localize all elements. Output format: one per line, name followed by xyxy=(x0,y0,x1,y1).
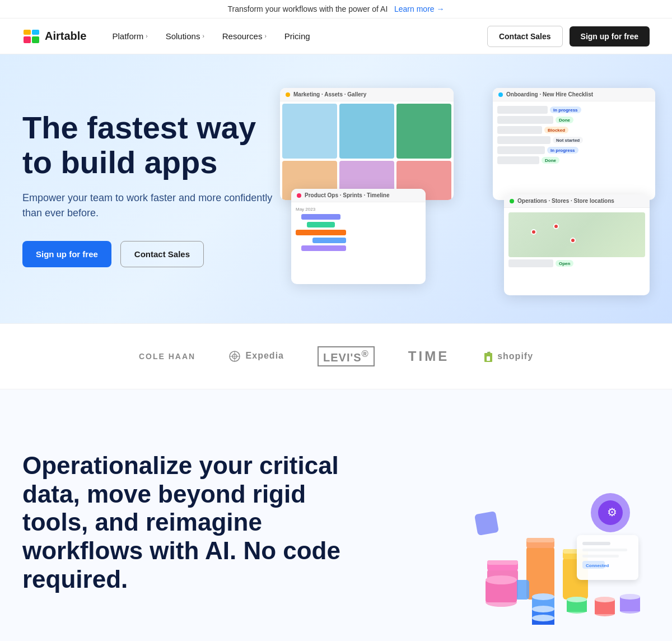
svg-rect-13 xyxy=(487,560,518,565)
contact-sales-button[interactable]: Contact Sales xyxy=(487,26,563,47)
map-pin xyxy=(553,224,559,229)
svg-text:⚙: ⚙ xyxy=(607,506,617,518)
hero-buttons: Sign up for free Contact Sales xyxy=(22,241,291,267)
svg-text:Connected: Connected xyxy=(586,563,609,568)
map-pin xyxy=(531,229,536,235)
card-header-product: Product Ops · Sprints · Timeline xyxy=(291,189,426,202)
screenshot-onboarding: Onboarding · New Hire Checklist In progr… xyxy=(493,88,655,200)
svg-rect-47 xyxy=(582,542,610,545)
onboarding-body: In progress Done Blocked Not started xyxy=(493,101,655,171)
chevron-down-icon: › xyxy=(202,33,204,39)
logo-levis: LEVI'S® xyxy=(318,346,375,366)
section-2-title: Operationalize your critical data, move … xyxy=(22,452,358,593)
chevron-down-icon: › xyxy=(146,33,147,39)
product-body: May 2023 xyxy=(291,202,426,256)
svg-rect-10 xyxy=(487,356,490,361)
gallery-item xyxy=(339,104,394,159)
section-2-visual: ⚙ xyxy=(358,434,650,625)
svg-rect-24 xyxy=(474,511,499,536)
logo-time: TIME xyxy=(408,349,449,364)
dot-icon xyxy=(498,92,503,97)
expedia-icon xyxy=(229,351,240,362)
mini-row: In progress xyxy=(497,146,651,154)
hero-section: The fastest way to build apps Empower yo… xyxy=(0,54,672,323)
mini-row: Not started xyxy=(497,136,651,144)
gallery-grid xyxy=(280,101,454,200)
svg-rect-49 xyxy=(582,555,619,558)
svg-point-42 xyxy=(595,597,615,602)
hero-title: The fastest way to build apps xyxy=(22,110,291,179)
svg-rect-16 xyxy=(526,538,554,542)
mini-row: Blocked xyxy=(497,126,651,134)
top-banner: Transform your workflows with the power … xyxy=(0,0,672,18)
screenshot-product: Product Ops · Sprints · Timeline May 202… xyxy=(291,189,426,284)
logo-link[interactable]: Airtable xyxy=(22,27,86,45)
logo-expedia: Expedia xyxy=(229,351,284,362)
card-header-operations: Operations · Stores · Store locations xyxy=(504,194,650,208)
card-header-onboarding: Onboarding · New Hire Checklist xyxy=(493,88,655,101)
operations-body: Open xyxy=(504,208,650,274)
nav-platform[interactable]: Platform › xyxy=(104,27,155,45)
map-pin xyxy=(570,238,576,243)
hero-signup-button[interactable]: Sign up for free xyxy=(22,241,111,267)
airtable-logo-icon xyxy=(22,27,40,45)
hero-contact-button[interactable]: Contact Sales xyxy=(120,241,204,267)
nav-links: Platform › Solutions › Resources › Prici… xyxy=(104,27,487,45)
logo-text: Airtable xyxy=(45,30,86,43)
nav-pricing[interactable]: Pricing xyxy=(277,27,318,45)
gallery-item xyxy=(396,104,451,159)
dot-icon xyxy=(286,92,290,97)
svg-point-45 xyxy=(620,594,640,600)
signup-nav-button[interactable]: Sign up for free xyxy=(570,26,650,47)
svg-rect-3 xyxy=(24,36,31,43)
logo-shopify: shopify xyxy=(483,350,533,363)
svg-rect-48 xyxy=(582,549,627,551)
hero-visual: Marketing · Assets · Gallery xyxy=(269,54,672,323)
svg-rect-4 xyxy=(32,36,39,43)
mini-row: Done xyxy=(497,156,651,164)
section-2-content: Operationalize your critical data, move … xyxy=(22,452,358,607)
data-illustration: ⚙ xyxy=(414,434,650,625)
screenshot-operations: Operations · Stores · Store locations Op… xyxy=(504,194,650,295)
nav-resources[interactable]: Resources › xyxy=(214,27,274,45)
svg-rect-14 xyxy=(526,546,554,600)
logos-section: COLE HAAN Expedia LEVI'S® TIME shopify xyxy=(0,323,672,389)
section-2: Operationalize your critical data, move … xyxy=(0,389,672,641)
card-header-marketing: Marketing · Assets · Gallery xyxy=(280,88,454,101)
mini-row: In progress xyxy=(497,106,651,114)
banner-link[interactable]: Learn more → xyxy=(394,4,444,13)
svg-point-27 xyxy=(486,575,517,584)
svg-point-33 xyxy=(532,606,554,612)
dot-icon xyxy=(297,193,301,198)
banner-text: Transform your workflows with the power … xyxy=(228,4,388,13)
nav-solutions[interactable]: Solutions › xyxy=(158,27,212,45)
hero-subtitle: Empower your team to work faster and mor… xyxy=(22,191,291,221)
svg-point-39 xyxy=(567,597,587,602)
hero-screenshots: Marketing · Assets · Gallery xyxy=(280,82,661,295)
nav-actions: Contact Sales Sign up for free xyxy=(487,26,650,47)
svg-rect-2 xyxy=(32,30,39,35)
screenshot-marketing: Marketing · Assets · Gallery xyxy=(280,88,454,200)
svg-point-30 xyxy=(532,593,554,600)
shopify-icon xyxy=(483,350,494,363)
dot-icon xyxy=(510,199,514,203)
mini-row: Open xyxy=(508,259,645,267)
hero-content: The fastest way to build apps Empower yo… xyxy=(22,110,291,267)
mini-row: Done xyxy=(497,116,651,124)
svg-point-36 xyxy=(532,615,554,621)
logo-cole-haan: COLE HAAN xyxy=(139,352,195,361)
navbar: Airtable Platform › Solutions › Resource… xyxy=(0,18,672,54)
svg-rect-1 xyxy=(24,30,31,35)
chevron-down-icon: › xyxy=(264,33,266,39)
